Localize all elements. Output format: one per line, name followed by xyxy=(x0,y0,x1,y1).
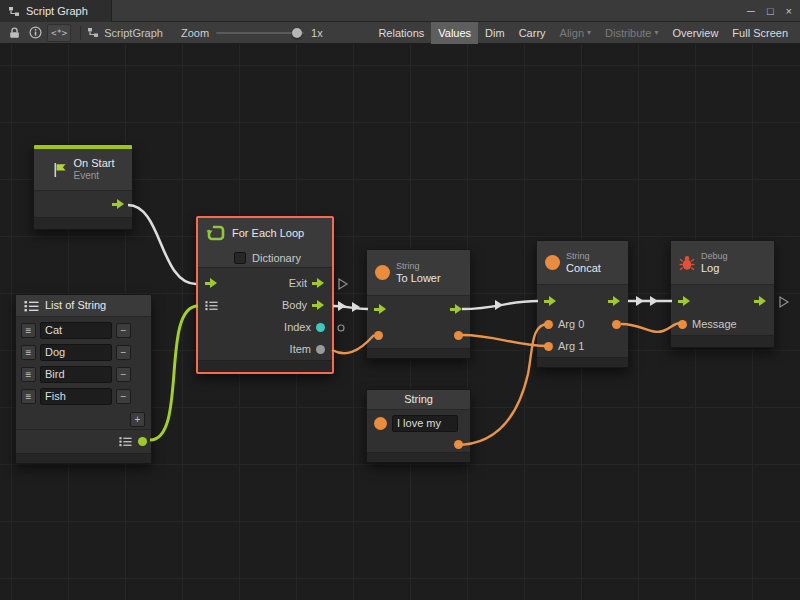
list-item-input[interactable] xyxy=(40,344,112,361)
distribute-button[interactable]: Distribute▾ xyxy=(598,22,665,44)
drag-handle[interactable]: ≡ xyxy=(21,389,36,404)
flow-output-port[interactable] xyxy=(754,296,767,306)
node-string-literal[interactable]: String xyxy=(366,389,471,463)
item-port-label: Item xyxy=(290,343,311,355)
flow-output-port[interactable] xyxy=(112,199,125,209)
dim-button[interactable]: Dim xyxy=(478,22,512,44)
remove-item-button[interactable]: − xyxy=(116,323,131,338)
remove-item-button[interactable]: − xyxy=(116,345,131,360)
string-input-port[interactable] xyxy=(374,331,383,340)
list-output-port[interactable] xyxy=(138,437,147,446)
item-output-port[interactable] xyxy=(316,345,325,354)
port-row xyxy=(671,289,774,313)
list-item-input[interactable] xyxy=(40,366,112,383)
drag-handle[interactable]: ≡ xyxy=(21,345,36,360)
node-title: Log xyxy=(701,262,728,275)
remove-item-button[interactable]: − xyxy=(116,389,131,404)
node-header: String Concat xyxy=(537,241,628,285)
string-output-port[interactable] xyxy=(454,331,463,340)
node-footer xyxy=(34,217,132,229)
lock-icon[interactable] xyxy=(5,24,23,42)
toolbar-separator xyxy=(80,26,81,40)
body-port-label: Body xyxy=(282,299,307,311)
node-to-lower[interactable]: String To Lower xyxy=(366,249,471,359)
dictionary-checkbox[interactable] xyxy=(234,252,246,264)
dictionary-option: Dictionary xyxy=(198,248,332,268)
node-header: String xyxy=(367,390,470,410)
body-output-port[interactable] xyxy=(312,300,325,310)
title-bar: Script Graph ─ □ × xyxy=(0,0,800,22)
minimize-button[interactable]: ─ xyxy=(747,5,755,17)
loop-icon xyxy=(206,223,226,243)
node-header: String To Lower xyxy=(367,250,470,296)
list-icon xyxy=(119,436,132,447)
flow-input-port[interactable] xyxy=(678,296,691,306)
arg0-input-port[interactable] xyxy=(544,320,553,329)
node-footer xyxy=(16,453,151,463)
node-title: For Each Loop xyxy=(232,227,304,240)
string-output-port[interactable] xyxy=(454,440,463,449)
message-input-port[interactable] xyxy=(678,320,687,329)
node-for-each-loop[interactable]: For Each Loop Dictionary Exit xyxy=(196,216,334,374)
relations-button[interactable]: Relations xyxy=(371,22,431,44)
flow-output-port[interactable] xyxy=(608,296,621,306)
port-rows: Arg 0 Arg 1 xyxy=(537,285,628,357)
code-view-button[interactable]: <*> xyxy=(47,24,71,42)
overview-button[interactable]: Overview xyxy=(666,22,726,44)
node-title: Concat xyxy=(566,262,601,275)
carry-button[interactable]: Carry xyxy=(512,22,553,44)
string-type-icon xyxy=(375,265,390,280)
drag-handle[interactable]: ≡ xyxy=(21,323,36,338)
node-concat[interactable]: String Concat Arg 0 xyxy=(536,240,629,368)
message-label: Message xyxy=(692,318,737,330)
maximize-button[interactable]: □ xyxy=(767,5,774,17)
remove-item-button[interactable]: − xyxy=(116,367,131,382)
list-item-input[interactable] xyxy=(40,388,112,405)
result-output-port[interactable] xyxy=(612,320,621,329)
port-row: Arg 0 xyxy=(537,313,628,335)
zoom-slider-knob[interactable] xyxy=(292,28,302,38)
port-row: Item xyxy=(198,338,332,360)
port-row xyxy=(367,296,470,322)
node-on-start[interactable]: On Start Event xyxy=(33,144,133,230)
list-item-input[interactable] xyxy=(40,322,112,339)
flow-input-port[interactable] xyxy=(205,278,218,288)
node-footer xyxy=(537,357,628,367)
node-title: On Start xyxy=(74,157,115,170)
port-row xyxy=(34,191,132,217)
node-category: String xyxy=(566,251,601,262)
values-button[interactable]: Values xyxy=(431,22,478,44)
align-button[interactable]: Align▾ xyxy=(553,22,598,44)
node-footer xyxy=(671,335,774,347)
port-row xyxy=(367,436,470,452)
exit-port-label: Exit xyxy=(289,277,307,289)
node-list-of-string[interactable]: List of String ≡ − ≡ − ≡ − xyxy=(15,294,152,464)
string-type-icon xyxy=(374,417,387,430)
flow-input-port[interactable] xyxy=(374,304,387,314)
exit-output-port[interactable] xyxy=(312,278,325,288)
port-row: Body xyxy=(198,294,332,316)
graph-canvas[interactable]: On Start Event List of String xyxy=(0,44,800,600)
arg1-input-port[interactable] xyxy=(544,342,553,351)
flow-output-port[interactable] xyxy=(450,304,463,314)
index-output-port[interactable] xyxy=(316,323,325,332)
add-item-button[interactable]: + xyxy=(130,412,145,427)
zoom-slider[interactable] xyxy=(216,32,304,34)
toolbar-buttons: Relations Values Dim Carry Align▾ Distri… xyxy=(371,22,795,44)
port-row: Message xyxy=(671,313,774,335)
graph-name: ScriptGraph xyxy=(87,27,163,39)
node-header: For Each Loop xyxy=(198,218,332,248)
info-icon[interactable] xyxy=(26,24,44,42)
node-debug-log[interactable]: Debug Log Message xyxy=(670,240,775,348)
node-category: Debug xyxy=(701,251,728,262)
zoom-control: Zoom 1x xyxy=(181,27,323,39)
close-button[interactable]: × xyxy=(786,5,792,17)
collection-input-port[interactable] xyxy=(205,300,218,311)
node-category: String xyxy=(396,261,441,272)
string-value-input[interactable] xyxy=(392,415,458,432)
graph-icon xyxy=(8,6,20,17)
drag-handle[interactable]: ≡ xyxy=(21,367,36,382)
tab-script-graph[interactable]: Script Graph xyxy=(0,0,112,22)
flow-input-port[interactable] xyxy=(544,296,557,306)
full-screen-button[interactable]: Full Screen xyxy=(725,22,795,44)
